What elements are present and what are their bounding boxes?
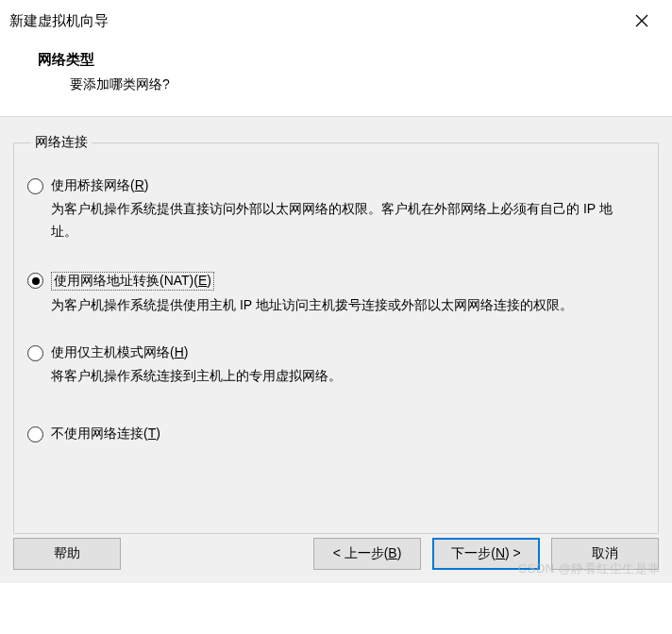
radio-bridged-desc: 为客户机操作系统提供直接访问外部以太网网络的权限。客户机在外部网络上必须有自己的… bbox=[51, 198, 636, 243]
wizard-button-row: 帮助 < 上一步(B) 下一步(N) > 取消 bbox=[0, 525, 672, 583]
radio-none[interactable] bbox=[27, 426, 43, 442]
radio-bridged-label[interactable]: 使用桥接网络(R) bbox=[51, 177, 148, 194]
wizard-header: 网络类型 要添加哪类网络? bbox=[0, 42, 672, 117]
close-button[interactable] bbox=[627, 6, 657, 36]
close-icon bbox=[635, 14, 648, 27]
radio-none-label[interactable]: 不使用网络连接(T) bbox=[51, 425, 160, 442]
radio-item-none: 不使用网络连接(T) bbox=[27, 425, 645, 442]
radio-item-hostonly: 使用仅主机模式网络(H) 将客户机操作系统连接到主机上的专用虚拟网络。 bbox=[27, 344, 645, 388]
window-title: 新建虚拟机向导 bbox=[9, 12, 109, 30]
page-subtext: 要添加哪类网络? bbox=[38, 76, 653, 93]
page-heading: 网络类型 bbox=[38, 51, 653, 69]
radio-nat[interactable] bbox=[27, 273, 43, 289]
wizard-body: 网络连接 使用桥接网络(R) 为客户机操作系统提供直接访问外部以太网网络的权限。… bbox=[0, 117, 672, 583]
radio-item-nat: 使用网络地址转换(NAT)(E) 为客户机操作系统提供使用主机 IP 地址访问主… bbox=[27, 272, 645, 317]
radio-hostonly[interactable] bbox=[27, 345, 43, 361]
next-button[interactable]: 下一步(N) > bbox=[432, 538, 540, 570]
radio-bridged[interactable] bbox=[27, 178, 43, 194]
help-button[interactable]: 帮助 bbox=[13, 538, 121, 570]
group-legend: 网络连接 bbox=[31, 134, 92, 151]
radio-nat-desc: 为客户机操作系统提供使用主机 IP 地址访问主机拨号连接或外部以太网网络连接的权… bbox=[51, 294, 636, 317]
radio-hostonly-label[interactable]: 使用仅主机模式网络(H) bbox=[51, 344, 188, 361]
radio-hostonly-desc: 将客户机操作系统连接到主机上的专用虚拟网络。 bbox=[51, 365, 636, 388]
radio-item-bridged: 使用桥接网络(R) 为客户机操作系统提供直接访问外部以太网网络的权限。客户机在外… bbox=[27, 177, 645, 243]
radio-nat-label[interactable]: 使用网络地址转换(NAT)(E) bbox=[51, 272, 214, 291]
title-bar: 新建虚拟机向导 bbox=[0, 0, 672, 42]
cancel-button[interactable]: 取消 bbox=[551, 538, 659, 570]
back-button[interactable]: < 上一步(B) bbox=[313, 538, 421, 570]
network-connection-group: 网络连接 使用桥接网络(R) 为客户机操作系统提供直接访问外部以太网网络的权限。… bbox=[13, 134, 659, 534]
